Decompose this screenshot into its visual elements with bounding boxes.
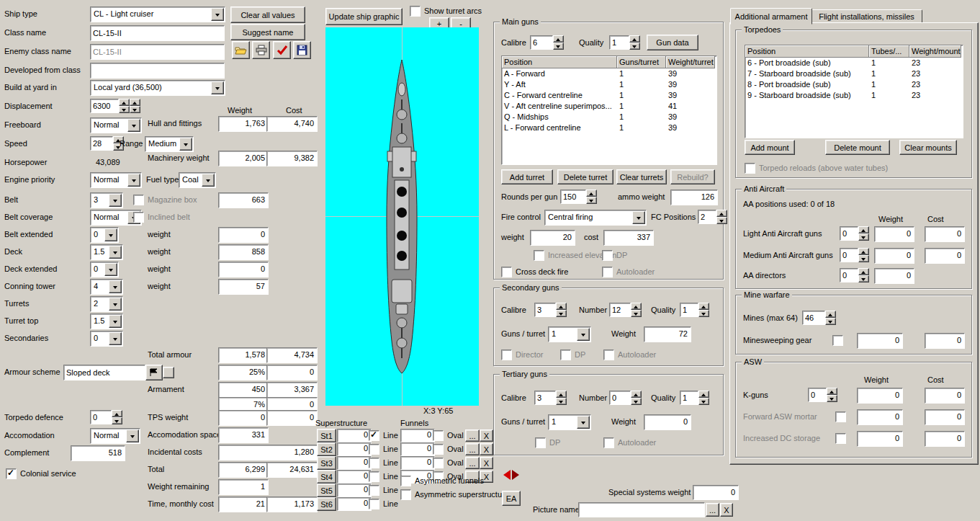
spin-down-button[interactable]	[827, 395, 837, 402]
belt-extended-select[interactable]: 0	[90, 227, 119, 243]
spin-up-button[interactable]	[130, 99, 140, 106]
inclined-belt-checkbox[interactable]: Inclined belt	[133, 212, 190, 222]
st4-button[interactable]: St4	[317, 470, 336, 484]
gun-data-button[interactable]: Gun data	[647, 35, 698, 50]
funnel3-delete-button[interactable]: X	[480, 457, 493, 469]
k-guns-count[interactable]: 0	[808, 388, 827, 402]
position-column-header[interactable]: Position	[745, 45, 869, 58]
st5-line-checkbox[interactable]: Line	[369, 485, 398, 495]
forward-asw-mortar-checkbox[interactable]	[835, 411, 846, 422]
spin-down-button[interactable]	[119, 106, 130, 113]
light-aa-stepper[interactable]: 0	[840, 226, 869, 241]
delete-mount-button[interactable]: Delete mount	[825, 140, 890, 155]
spin-up-button[interactable]	[119, 99, 130, 106]
tertiary-calibre-stepper[interactable]: 3	[534, 391, 567, 405]
spin-up-button[interactable]	[112, 410, 122, 417]
spin-down-button[interactable]	[716, 217, 727, 224]
spin-down-button[interactable]	[629, 43, 640, 50]
range-select[interactable]: Medium	[145, 136, 194, 152]
save-button[interactable]	[293, 41, 311, 59]
funnel2-delete-button[interactable]: X	[480, 443, 493, 455]
deck-select[interactable]: 1.5	[90, 244, 123, 260]
freeboard-select[interactable]: Normal	[90, 117, 142, 133]
fuel-type-select[interactable]: Coal	[179, 172, 216, 188]
guns-turret-column-header[interactable]: Guns/turret	[617, 56, 666, 68]
displacement-value[interactable]: 6300	[90, 99, 119, 113]
spin-up-button[interactable]	[629, 35, 640, 43]
spin-down-button[interactable]	[698, 398, 709, 405]
spin-up-button[interactable]	[556, 303, 567, 310]
delete-turret-button[interactable]: Delete turret	[557, 169, 613, 184]
tertiary-guns-turret-select[interactable]: 1	[548, 414, 591, 430]
secondary-quality-stepper[interactable]: 1	[680, 303, 709, 317]
accomodation-select[interactable]: Normal	[90, 428, 140, 444]
spin-down-button[interactable]	[556, 310, 567, 317]
spin-down-button[interactable]	[130, 106, 140, 113]
secondaries-select[interactable]: 0	[90, 331, 123, 347]
light-aa-count[interactable]: 0	[840, 226, 858, 241]
weight-turret-column-header[interactable]: Weight/turret	[666, 56, 715, 68]
build-yard-select[interactable]: Local yard (36,500)	[90, 80, 225, 96]
show-turret-arcs-checkbox[interactable]: Show turret arcs	[410, 6, 482, 16]
turrets-select[interactable]: 2	[90, 296, 123, 312]
secondary-guns-turret-select[interactable]: 1	[548, 326, 591, 342]
table-row[interactable]: A - Forward139	[502, 68, 716, 79]
asymmetric-superstructure-checkbox[interactable]: Asymmetric superstructure	[400, 489, 509, 499]
main-calibre-stepper[interactable]: 6	[530, 35, 564, 50]
tab-additional-armament[interactable]: Additional armament	[730, 8, 812, 25]
secondary-director-checkbox[interactable]: Director	[501, 349, 544, 360]
fire-control-select[interactable]: Central firing	[544, 210, 647, 226]
funnel3-more-button[interactable]: ...	[465, 457, 480, 469]
funnel1-more-button[interactable]: ...	[465, 429, 480, 442]
st3-line-checkbox[interactable]: Line	[369, 458, 398, 468]
spin-up-button[interactable]	[827, 388, 837, 395]
st1-line-checkbox[interactable]: Line	[369, 430, 398, 440]
medium-aa-stepper[interactable]: 0	[840, 248, 869, 262]
spin-down-button[interactable]	[631, 398, 642, 405]
st2-button[interactable]: St2	[317, 442, 336, 456]
picture-clear-button[interactable]: X	[720, 503, 733, 517]
spin-down-button[interactable]	[858, 255, 869, 262]
spin-up-button[interactable]	[698, 391, 709, 398]
torpedo-defence-value[interactable]: 0	[90, 410, 112, 424]
developed-from-input[interactable]	[90, 63, 225, 79]
speed-stepper[interactable]: 28	[90, 136, 124, 151]
tertiary-calibre-value[interactable]: 3	[534, 391, 556, 405]
tertiary-autoloader-checkbox[interactable]: Autoloader	[603, 437, 656, 447]
ea-button[interactable]: EA	[502, 491, 521, 506]
spin-up-button[interactable]	[631, 391, 642, 398]
turret-top-select[interactable]: 1.5	[90, 313, 123, 329]
spin-up-button[interactable]	[716, 210, 727, 217]
spin-up-button[interactable]	[556, 391, 567, 398]
spin-up-button[interactable]	[631, 303, 642, 310]
aa-directors-count[interactable]: 0	[840, 268, 858, 282]
table-row[interactable]: 6 - Port broadside (sub)123	[745, 58, 963, 68]
belt-select[interactable]: 3	[90, 192, 123, 208]
magazine-box-checkbox[interactable]: Magazine box	[133, 195, 197, 205]
mines-value[interactable]: 46	[802, 311, 825, 325]
torpedo-defence-stepper[interactable]: 0	[90, 410, 122, 424]
tertiary-dp-checkbox[interactable]: DP	[535, 437, 560, 447]
table-row[interactable]: 7 - Starboard broadside (sub)123	[745, 68, 963, 79]
spin-down-button[interactable]	[698, 310, 709, 317]
funnel1-oval-checkbox[interactable]: Oval	[433, 430, 464, 440]
main-quality-value[interactable]: 1	[609, 35, 629, 50]
open-file-button[interactable]	[232, 41, 250, 59]
spin-down-button[interactable]	[112, 417, 122, 424]
add-mount-button[interactable]: Add mount	[745, 140, 795, 155]
st2-line-checkbox[interactable]: Line	[369, 444, 398, 454]
minesweeping-gear-checkbox[interactable]	[832, 335, 843, 345]
rounds-value[interactable]: 150	[560, 190, 586, 204]
tertiary-number-value[interactable]: 0	[609, 391, 631, 405]
secondary-calibre-value[interactable]: 3	[534, 303, 556, 317]
table-row[interactable]: 8 - Port broadside (sub)123	[745, 79, 963, 90]
update-ship-graphic-button[interactable]: Update ship graphic	[325, 8, 403, 25]
torpedo-reloads-checkbox[interactable]: Torpedo reloads (above water tubes)	[745, 163, 888, 173]
enemy-class-name-input[interactable]	[90, 44, 225, 60]
deck-extended-select[interactable]: 0	[90, 262, 119, 277]
funnel2-more-button[interactable]: ...	[465, 443, 480, 455]
spin-down-button[interactable]	[825, 318, 836, 325]
secondary-number-stepper[interactable]: 12	[609, 303, 642, 317]
spin-up-button[interactable]	[858, 268, 869, 275]
picture-name-input[interactable]	[578, 502, 705, 517]
